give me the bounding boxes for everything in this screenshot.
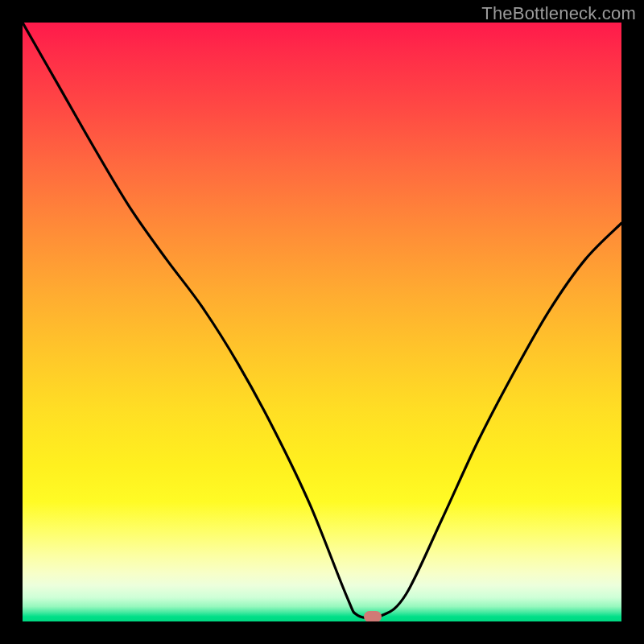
optimal-point-marker	[364, 611, 382, 621]
chart-frame: TheBottleneck.com	[0, 0, 644, 644]
watermark-text: TheBottleneck.com	[481, 3, 636, 24]
bottleneck-curve	[23, 23, 621, 621]
plot-area	[23, 23, 621, 621]
